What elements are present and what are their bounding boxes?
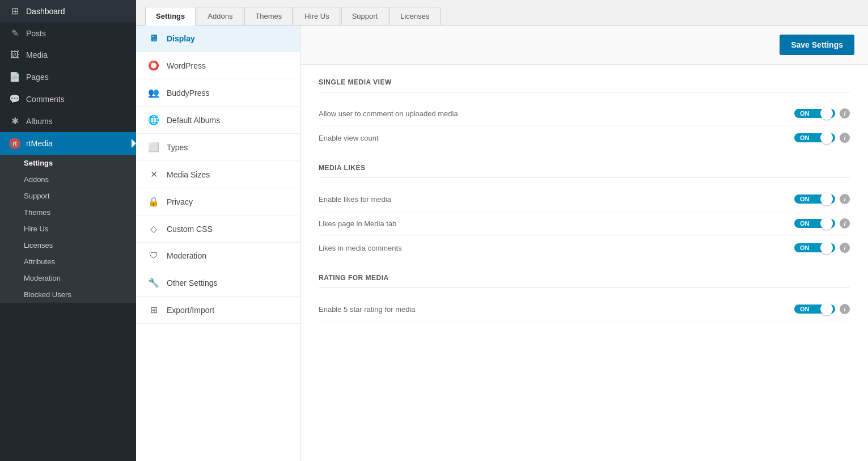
toggle-label: ON (800, 110, 810, 117)
subnav-other-settings[interactable]: 🔧 Other Settings (136, 269, 300, 297)
info-icon-likes-comments[interactable]: i (840, 243, 850, 253)
sidebar-item-comments[interactable]: 💬 Comments (0, 88, 136, 110)
dashboard-icon: ⊞ (9, 6, 20, 16)
subnav-display[interactable]: 🖥 Display (136, 26, 300, 52)
subnav-media-sizes[interactable]: ✕ Media Sizes (136, 161, 300, 188)
setting-label-view-count: Enable view count (319, 134, 379, 142)
setting-control-view-count: ON i (794, 133, 850, 143)
save-settings-button[interactable]: Save Settings (780, 35, 854, 55)
sidebar-submenu-themes[interactable]: Themes (0, 204, 136, 221)
setting-control-enable-likes: ON i (794, 194, 850, 204)
sidebar-item-label: Media (26, 50, 48, 60)
toggle-allow-comment[interactable]: ON (794, 109, 835, 118)
export-icon: ⊞ (147, 304, 160, 315)
sidebar-submenu-support[interactable]: Support (0, 188, 136, 204)
subnav-label: Other Settings (167, 278, 218, 287)
toggle-enable-rating[interactable]: ON (794, 304, 835, 314)
toggle-label: ON (800, 220, 810, 227)
posts-icon: ✎ (9, 28, 20, 39)
tab-licenses[interactable]: Licenses (389, 7, 440, 25)
setting-row-enable-likes: Enable likes for media ON i (319, 187, 850, 212)
section-single-media-view: SINGLE MEDIA VIEW Allow user to comment … (319, 78, 850, 150)
sidebar-item-pages[interactable]: 📄 Pages (0, 66, 136, 88)
setting-row-enable-rating: Enable 5 star rating for media ON i (319, 297, 850, 322)
info-icon-allow-comment[interactable]: i (840, 108, 850, 119)
subnav-privacy[interactable]: 🔒 Privacy (136, 188, 300, 215)
sidebar-item-dashboard[interactable]: ⊞ Dashboard (0, 0, 136, 22)
subnav-buddypress[interactable]: 👥 BuddyPress (136, 79, 300, 107)
sidebar-item-label: Dashboard (26, 7, 65, 16)
wrench-icon: 🔧 (147, 277, 160, 288)
sidebar-item-label: Posts (26, 29, 46, 38)
sidebar-item-label: Comments (26, 95, 65, 104)
section-media-likes: MEDIA LIKES Enable likes for media ON i (319, 164, 850, 260)
subnav-label: Media Sizes (167, 170, 210, 179)
setting-control-allow-comment: ON i (794, 108, 850, 119)
toggle-knob (820, 107, 833, 120)
sidebar-item-rtmedia[interactable]: rt rtMedia (0, 132, 136, 155)
subnav-default-albums[interactable]: 🌐 Default Albums (136, 107, 300, 134)
wordpress-icon: ⭕ (147, 60, 160, 71)
sidebar-item-albums[interactable]: ✱ Albums (0, 110, 136, 132)
subnav-types[interactable]: ⬜ Types (136, 134, 300, 161)
subnav-wordpress[interactable]: ⭕ WordPress (136, 52, 300, 79)
tab-addons[interactable]: Addons (197, 7, 243, 25)
setting-control-likes-comments: ON i (794, 243, 850, 253)
sidebar-submenu-licenses[interactable]: Licenses (0, 237, 136, 253)
subnav-label: Privacy (167, 197, 193, 206)
sub-navigation: 🖥 Display ⭕ WordPress 👥 BuddyPress 🌐 Def… (136, 26, 300, 461)
toggle-view-count[interactable]: ON (794, 133, 835, 142)
info-icon-enable-rating[interactable]: i (840, 304, 850, 314)
sidebar-item-posts[interactable]: ✎ Posts (0, 22, 136, 44)
subnav-label: Default Albums (167, 116, 220, 125)
sidebar-submenu-blocked-users[interactable]: Blocked Users (0, 286, 136, 303)
setting-row-likes-page: Likes page in Media tab ON i (319, 212, 850, 236)
tab-settings[interactable]: Settings (145, 7, 196, 26)
section-title-single-media: SINGLE MEDIA VIEW (319, 78, 850, 92)
sidebar-item-label: rtMedia (26, 139, 53, 148)
tabs-bar: Settings Addons Themes Hire Us Support L… (136, 0, 868, 26)
albums-icon: ✱ (9, 116, 20, 126)
comments-icon: 💬 (9, 94, 20, 104)
toggle-knob (820, 303, 833, 315)
tab-support[interactable]: Support (341, 7, 389, 25)
info-icon-view-count[interactable]: i (840, 133, 850, 143)
setting-label-likes-page: Likes page in Media tab (319, 219, 396, 228)
sidebar-item-media[interactable]: 🖼 Media (0, 44, 136, 66)
section-title-media-likes: MEDIA LIKES (319, 164, 850, 178)
media-sizes-icon: ✕ (147, 169, 160, 180)
toggle-label: ON (800, 134, 810, 141)
toggle-enable-likes[interactable]: ON (794, 194, 835, 204)
subnav-custom-css[interactable]: ◇ Custom CSS (136, 215, 300, 243)
content-area: 🖥 Display ⭕ WordPress 👥 BuddyPress 🌐 Def… (136, 26, 868, 461)
sidebar-item-label: Pages (26, 73, 49, 82)
section-rating-for-media: RATING FOR MEDIA Enable 5 star rating fo… (319, 274, 850, 322)
sidebar: ⊞ Dashboard ✎ Posts 🖼 Media 📄 Pages 💬 Co… (0, 0, 136, 461)
sidebar-submenu-settings[interactable]: Settings (0, 155, 136, 171)
sidebar-item-label: Albums (26, 117, 53, 126)
sidebar-submenu-hire-us[interactable]: Hire Us (0, 221, 136, 237)
toggle-likes-comments[interactable]: ON (794, 243, 835, 252)
info-icon-likes-page[interactable]: i (840, 218, 850, 229)
subnav-moderation[interactable]: 🛡 Moderation (136, 243, 300, 269)
toggle-label: ON (800, 306, 810, 312)
right-side: Save Settings SINGLE MEDIA VIEW Allow us… (300, 26, 868, 461)
sidebar-submenu-moderation[interactable]: Moderation (0, 270, 136, 286)
buddypress-icon: 👥 (147, 87, 160, 98)
setting-control-enable-rating: ON i (794, 304, 850, 314)
globe-icon: 🌐 (147, 115, 160, 125)
save-bar: Save Settings (300, 26, 868, 65)
setting-row-likes-comments: Likes in media comments ON i (319, 236, 850, 260)
subnav-label: BuddyPress (167, 88, 209, 98)
sidebar-submenu-attributes[interactable]: Attributes (0, 253, 136, 270)
rtmedia-icon: rt (9, 138, 20, 149)
sidebar-submenu-addons[interactable]: Addons (0, 171, 136, 188)
main-content: Settings Addons Themes Hire Us Support L… (136, 0, 868, 461)
toggle-label: ON (800, 196, 810, 202)
tab-themes[interactable]: Themes (244, 7, 293, 25)
toggle-likes-page[interactable]: ON (794, 219, 835, 228)
types-icon: ⬜ (147, 142, 160, 153)
info-icon-enable-likes[interactable]: i (840, 194, 850, 204)
subnav-export-import[interactable]: ⊞ Export/Import (136, 297, 300, 324)
tab-hire-us[interactable]: Hire Us (294, 7, 340, 25)
